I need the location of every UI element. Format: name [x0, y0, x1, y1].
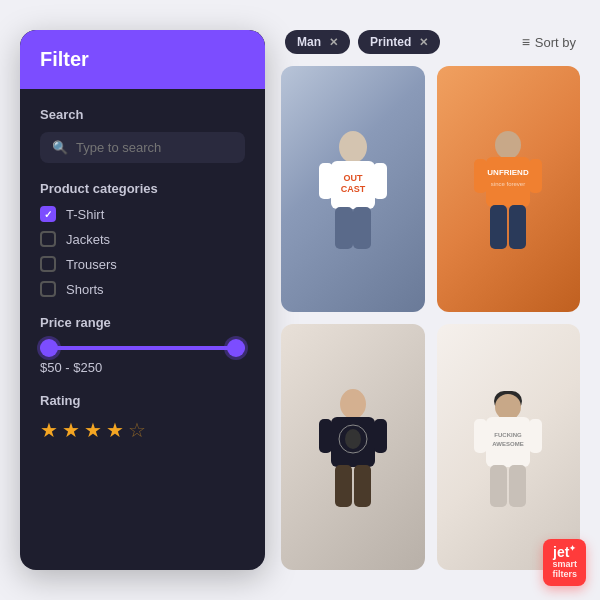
svg-rect-7 [353, 207, 371, 249]
filter-body: Search 🔍 Product categories T-Shirt Jack… [20, 89, 265, 460]
filter-title: Filter [40, 48, 245, 71]
svg-text:FUCKING: FUCKING [495, 432, 523, 438]
category-label-trousers: Trousers [66, 257, 117, 272]
svg-point-25 [495, 394, 521, 420]
category-label-jackets: Jackets [66, 232, 110, 247]
search-box[interactable]: 🔍 [40, 132, 245, 163]
svg-rect-30 [529, 419, 542, 453]
svg-text:since forever: since forever [491, 181, 525, 187]
rating-label: Rating [40, 393, 245, 408]
search-input[interactable] [76, 140, 233, 155]
search-label: Search [40, 107, 245, 122]
jet-logo: jet✦ smartfilters [543, 539, 586, 586]
categories-section: Product categories T-Shirt Jackets Trous… [40, 181, 245, 297]
rating-section: Rating ★ ★ ★ ★ ☆ [40, 393, 245, 442]
categories-label: Product categories [40, 181, 245, 196]
jet-logo-subtitle: smartfilters [552, 560, 577, 580]
category-item-jackets[interactable]: Jackets [40, 231, 245, 247]
tag-man-close[interactable]: ✕ [329, 36, 338, 49]
star-5[interactable]: ☆ [128, 418, 146, 442]
checkbox-jackets[interactable] [40, 231, 56, 247]
product-4-figure: FUCKING AWESOME [468, 387, 548, 507]
product-card-4[interactable]: FUCKING AWESOME [437, 324, 581, 570]
svg-rect-29 [474, 419, 487, 453]
svg-text:CAST: CAST [341, 184, 366, 194]
product-card-2[interactable]: UNFRIEND since forever [437, 66, 581, 312]
category-item-tshirt[interactable]: T-Shirt [40, 206, 245, 222]
product-card-3[interactable] [281, 324, 425, 570]
svg-rect-6 [335, 207, 353, 249]
svg-point-16 [340, 389, 366, 419]
svg-point-8 [495, 131, 521, 159]
product-card-1[interactable]: OUT CAST [281, 66, 425, 312]
main-container: Filter Search 🔍 Product categories T-Shi… [20, 30, 580, 570]
svg-rect-5 [373, 163, 387, 199]
price-slider-fill [40, 346, 245, 350]
star-1[interactable]: ★ [40, 418, 58, 442]
svg-rect-31 [490, 465, 507, 507]
svg-point-19 [345, 429, 361, 449]
svg-rect-21 [374, 419, 387, 453]
product-grid: OUT CAST UNFRIEND since forever [281, 66, 580, 570]
svg-text:OUT: OUT [343, 173, 363, 183]
search-icon: 🔍 [52, 140, 68, 155]
svg-rect-14 [490, 205, 507, 249]
price-slider-thumb-right[interactable] [227, 339, 245, 357]
tag-printed-label: Printed [370, 35, 411, 49]
star-3[interactable]: ★ [84, 418, 102, 442]
svg-text:UNFRIEND: UNFRIEND [488, 168, 530, 177]
category-item-shorts[interactable]: Shorts [40, 281, 245, 297]
price-slider-thumb-left[interactable] [40, 339, 58, 357]
price-section: Price range $50 - $250 [40, 315, 245, 375]
sort-button[interactable]: ≡ Sort by [522, 34, 576, 50]
category-item-trousers[interactable]: Trousers [40, 256, 245, 272]
tag-printed-close[interactable]: ✕ [419, 36, 428, 49]
svg-rect-20 [319, 419, 332, 453]
sort-label: Sort by [535, 35, 576, 50]
product-area: Man ✕ Printed ✕ ≡ Sort by OUT C [281, 30, 580, 570]
top-bar: Man ✕ Printed ✕ ≡ Sort by [281, 30, 580, 54]
tag-printed[interactable]: Printed ✕ [358, 30, 440, 54]
svg-text:AWESOME: AWESOME [493, 441, 524, 447]
svg-point-0 [339, 131, 367, 163]
price-slider-track[interactable] [40, 346, 245, 350]
svg-rect-13 [529, 159, 542, 193]
sort-icon: ≡ [522, 34, 530, 50]
tag-man-label: Man [297, 35, 321, 49]
product-2-figure: UNFRIEND since forever [468, 129, 548, 249]
svg-rect-4 [319, 163, 333, 199]
star-2[interactable]: ★ [62, 418, 80, 442]
svg-rect-12 [474, 159, 487, 193]
category-label-shorts: Shorts [66, 282, 104, 297]
product-1-figure: OUT CAST [313, 129, 393, 249]
filter-header: Filter [20, 30, 265, 89]
stars-container: ★ ★ ★ ★ ☆ [40, 418, 245, 442]
checkbox-trousers[interactable] [40, 256, 56, 272]
product-3-figure [313, 387, 393, 507]
checkbox-shorts[interactable] [40, 281, 56, 297]
svg-rect-32 [509, 465, 526, 507]
svg-rect-15 [509, 205, 526, 249]
category-label-tshirt: T-Shirt [66, 207, 104, 222]
filter-panel: Filter Search 🔍 Product categories T-Shi… [20, 30, 265, 570]
jet-logo-name: jet✦ [552, 545, 577, 560]
tag-man[interactable]: Man ✕ [285, 30, 350, 54]
price-range-text: $50 - $250 [40, 360, 245, 375]
star-4[interactable]: ★ [106, 418, 124, 442]
price-label: Price range [40, 315, 245, 330]
svg-rect-23 [354, 465, 371, 507]
checkbox-tshirt[interactable] [40, 206, 56, 222]
svg-rect-22 [335, 465, 352, 507]
